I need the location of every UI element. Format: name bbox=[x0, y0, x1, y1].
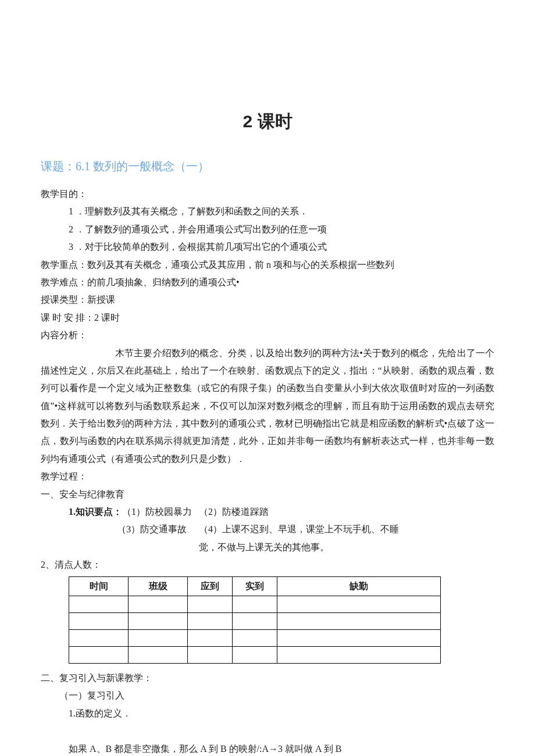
goal-3: 3 ．对于比较简单的数列，会根据其前几项写出它的个通项公式 bbox=[41, 238, 494, 256]
topic-body: 6.1 数列的一般概念（一） bbox=[76, 160, 209, 173]
table-row bbox=[69, 629, 441, 646]
topic-label: 课题： bbox=[41, 160, 76, 173]
process-label: 教学过程： bbox=[41, 468, 494, 485]
table-row bbox=[69, 646, 441, 663]
analysis-label: 内容分析： bbox=[41, 327, 494, 344]
table-row bbox=[69, 596, 441, 612]
col-act-header: 实到 bbox=[232, 576, 277, 596]
col-class-header: 班级 bbox=[129, 576, 188, 596]
focus-text: 数列及其有关概念，通项公式及其应用，前 n 项和与心的关系根据一些数列 bbox=[87, 260, 394, 270]
topic-line: 课题：6.1 数列的一般概念（一） bbox=[41, 155, 494, 177]
kp-a: （1）防校园暴力 bbox=[122, 507, 192, 517]
focus-line: 教学重点：数列及其有关概念，通项公式及其应用，前 n 项和与心的关系根据一些数列 bbox=[41, 256, 494, 274]
goal-2: 2 ．了解数列的通项公式，并会用通项公式写出数列的任意一项 bbox=[41, 221, 494, 238]
kp-d: （4）上课不迟到、早退，课堂上不玩手机、不睡 bbox=[199, 521, 404, 538]
course-type-line: 授课类型：新授课 bbox=[41, 291, 494, 309]
table-row bbox=[69, 612, 441, 629]
col-due-header: 应到 bbox=[188, 576, 233, 596]
attendance-label: 2、清点人数： bbox=[41, 556, 494, 574]
section-a-heading: 一、安全与纪律教育 bbox=[41, 486, 494, 503]
col-abs-header: 缺勤 bbox=[277, 576, 440, 596]
goals-label: 教学目的： bbox=[41, 185, 494, 203]
knowledge-row-2: （3）防交通事故 （4）上课不迟到、早退，课堂上不玩手机、不睡 bbox=[41, 521, 494, 538]
hours-text: 2 课时 bbox=[94, 313, 120, 323]
difficulty-label: 教学难点： bbox=[41, 277, 87, 287]
analysis-body: 木节主要介绍数列的概念、分类，以及给出数列的两种方法•关于数列的概念，先给出了一… bbox=[41, 345, 494, 468]
review-item-1: 1.函数的定义． bbox=[41, 705, 494, 722]
kp-label: 1.知识要点： bbox=[69, 507, 122, 517]
hours-line: 课 时 安 排：2 课时 bbox=[41, 309, 494, 327]
difficulty-line: 教学难点：的前几项抽象、归纳数列的通项公式• bbox=[41, 274, 494, 291]
kp-d-tail: 觉，不做与上课无关的其他事。 bbox=[41, 539, 494, 556]
difficulty-text: 的前几项抽象、归纳数列的通项公式• bbox=[87, 277, 240, 287]
table-header-row: 时间 班级 应到 实到 缺勤 bbox=[69, 576, 441, 596]
kp-c: （3）防交通事故 bbox=[69, 521, 199, 538]
focus-label: 教学重点： bbox=[41, 260, 87, 270]
review-head: （一）复习引入 bbox=[41, 687, 494, 704]
attendance-table: 时间 班级 应到 实到 缺勤 bbox=[69, 576, 441, 664]
knowledge-row-1: 1.知识要点：（1）防校园暴力 （2）防楼道踩踏 bbox=[41, 503, 494, 521]
review-para: 如果 A、B 都是非空撒集，那么 A 到 B 的映射/:A→3 就叫做 A 到 … bbox=[41, 740, 494, 756]
kp-label-and-a: 1.知识要点：（1）防校园暴力 bbox=[69, 503, 199, 521]
kp-b: （2）防楼道踩踏 bbox=[199, 503, 329, 521]
goal-1: 1 ．理解数列及其有关概念，了解数列和函数之间的关系． bbox=[41, 203, 494, 220]
col-time-header: 时间 bbox=[69, 576, 129, 596]
section-b-heading: 二、复习引入与新课教学： bbox=[41, 669, 494, 687]
course-type-label: 授课类型： bbox=[41, 295, 87, 304]
course-type-text: 新授课 bbox=[87, 295, 115, 304]
page-title: 2 课时 bbox=[41, 105, 494, 138]
hours-label: 课 时 安 排： bbox=[41, 313, 94, 323]
